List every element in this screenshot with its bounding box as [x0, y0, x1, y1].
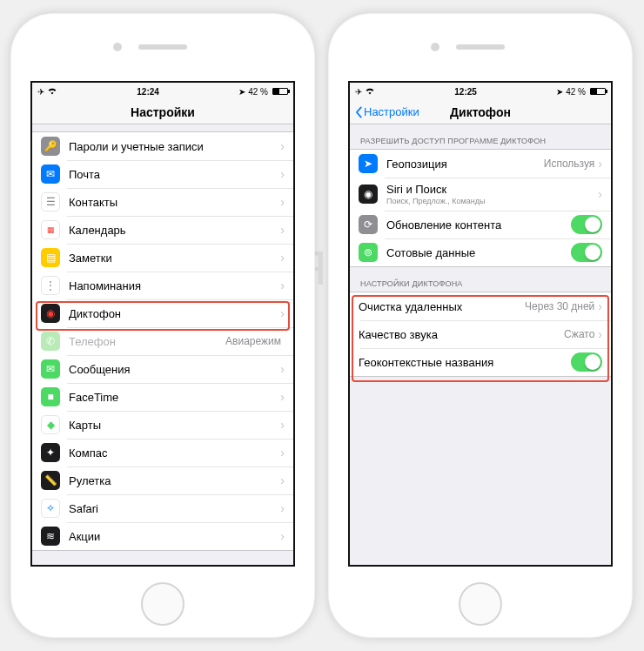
- row-location-names[interactable]: Геоконтекстные названия: [350, 348, 611, 376]
- battery-percent: 42 %: [248, 87, 268, 97]
- mail-icon: ✉︎: [41, 164, 60, 184]
- facetime-icon: ■: [41, 387, 60, 406]
- status-bar: ✈︎ 12:25 ➤ 42 %: [350, 83, 611, 100]
- row-label: Контакты: [69, 196, 280, 209]
- chevron-right-icon: ›: [598, 157, 602, 171]
- wifi-icon: [47, 87, 57, 97]
- location-icon: ➤: [556, 87, 563, 97]
- row-contacts[interactable]: ☰Контакты›: [32, 188, 293, 216]
- row-detail: Используя: [544, 158, 595, 170]
- refresh-icon: ⟳: [359, 215, 378, 234]
- siri-icon: ◉: [359, 185, 378, 204]
- row-calendar[interactable]: ▦Календарь›: [32, 216, 293, 244]
- row-passwords[interactable]: 🔑Пароли и учетные записи›: [32, 132, 293, 160]
- row-sublabel: Поиск, Предлож., Команды: [386, 197, 598, 205]
- cellular-icon: ⊚: [359, 243, 378, 262]
- row-background-refresh[interactable]: ⟳Обновление контента: [350, 211, 611, 238]
- battery-icon: [272, 88, 288, 95]
- chevron-right-icon: ›: [280, 390, 285, 404]
- row-label: Siri и Поиск: [386, 183, 598, 196]
- status-time: 12:25: [454, 87, 477, 97]
- airplane-icon: ✈︎: [355, 87, 362, 97]
- speaker-slot: [456, 44, 505, 50]
- chevron-right-icon: ›: [280, 251, 285, 265]
- contacts-icon: ☰: [41, 192, 60, 211]
- nav-bar: Настройки Диктофон: [350, 100, 611, 124]
- reminders-icon: ⋮: [41, 276, 60, 295]
- location-services-icon: ➤: [359, 154, 378, 173]
- row-label: Календарь: [69, 224, 280, 237]
- row-label: Рулетка: [69, 474, 280, 487]
- row-reminders[interactable]: ⋮Напоминания›: [32, 272, 293, 299]
- toggle-location-names[interactable]: [571, 352, 602, 372]
- row-label: Сотовые данные: [386, 246, 571, 259]
- chevron-right-icon: ›: [280, 279, 285, 292]
- wifi-icon: [365, 87, 375, 97]
- nav-bar: Настройки: [32, 100, 293, 124]
- page-title: Диктофон: [450, 105, 511, 119]
- home-button[interactable]: [141, 582, 184, 626]
- row-label: Диктофон: [69, 307, 280, 320]
- chevron-right-icon: ›: [280, 446, 285, 460]
- battery-icon: [590, 88, 606, 95]
- page-title: Настройки: [131, 105, 195, 119]
- row-messages[interactable]: ✉︎Сообщения›: [32, 355, 293, 383]
- row-phone[interactable]: ✆ТелефонАвиарежим: [32, 327, 293, 355]
- screen-right: ✈︎ 12:25 ➤ 42 % Настройки Диктофон: [348, 81, 613, 567]
- row-label: Телефон: [69, 335, 225, 348]
- chevron-left-icon: [353, 106, 364, 118]
- row-label: Компас: [69, 446, 280, 460]
- chevron-right-icon: ›: [598, 327, 602, 341]
- back-button[interactable]: Настройки: [353, 105, 419, 118]
- chevron-right-icon: ›: [280, 501, 285, 515]
- row-audio-quality[interactable]: Качество звукаСжато›: [350, 320, 611, 348]
- maps-icon: ◆: [41, 415, 60, 434]
- toggle-background-refresh[interactable]: [571, 215, 602, 234]
- measure-icon: 📏: [41, 471, 60, 490]
- row-notes[interactable]: ▤Заметки›: [32, 244, 293, 272]
- status-time: 12:24: [137, 87, 159, 97]
- screen-left: ✈︎ 12:24 ➤ 42 % Настройки 🔑Пароли и учет…: [30, 81, 295, 567]
- row-label: Почта: [69, 168, 280, 181]
- row-detail: Через 30 дней: [525, 300, 594, 312]
- voice-memos-icon: ◉: [41, 304, 60, 323]
- row-stocks[interactable]: ≋Акции›: [32, 522, 293, 550]
- chevron-right-icon: ›: [280, 418, 285, 432]
- row-mail[interactable]: ✉︎Почта›: [32, 160, 293, 188]
- row-clear-deleted[interactable]: Очистка удаленныхЧерез 30 дней›: [350, 292, 611, 320]
- chevron-right-icon: ›: [280, 529, 285, 543]
- row-compass[interactable]: ✦Компас›: [32, 439, 293, 466]
- row-label: Напоминания: [69, 279, 280, 292]
- chevron-right-icon: ›: [280, 195, 285, 209]
- stocks-icon: ≋: [41, 527, 60, 546]
- row-measure[interactable]: 📏Рулетка›: [32, 466, 293, 494]
- chevron-right-icon: ›: [280, 473, 285, 487]
- home-button[interactable]: [459, 582, 502, 626]
- chevron-right-icon: ›: [280, 223, 285, 237]
- row-siri-search[interactable]: ◉Siri и ПоискПоиск, Предлож., Команды›: [350, 178, 611, 211]
- row-safari[interactable]: ✧Safari›: [32, 494, 293, 522]
- row-maps[interactable]: ◆Карты›: [32, 411, 293, 439]
- row-label: Качество звука: [359, 328, 564, 341]
- row-location[interactable]: ➤ГеопозицияИспользуя›: [350, 150, 611, 178]
- row-detail: Сжато: [564, 328, 594, 340]
- key-icon: 🔑: [41, 137, 60, 156]
- row-label: Сообщения: [69, 363, 280, 376]
- back-label: Настройки: [364, 105, 419, 118]
- toggle-cellular-data[interactable]: [571, 243, 602, 262]
- compass-icon: ✦: [41, 443, 60, 462]
- row-voice-memos[interactable]: ◉Диктофон›: [32, 299, 293, 327]
- phone-right: ✈︎ 12:25 ➤ 42 % Настройки Диктофон: [328, 13, 633, 638]
- row-label: Геоконтекстные названия: [359, 356, 571, 369]
- row-label: Геопозиция: [386, 158, 544, 171]
- phone-left: ✈︎ 12:24 ➤ 42 % Настройки 🔑Пароли и учет…: [10, 13, 315, 638]
- battery-percent: 42 %: [566, 87, 586, 97]
- row-cellular-data[interactable]: ⊚Сотовые данные: [350, 238, 611, 266]
- row-label: Очистка удаленных: [359, 300, 525, 313]
- camera-dot: [113, 43, 122, 51]
- calendar-icon: ▦: [41, 220, 60, 239]
- messages-icon: ✉︎: [41, 359, 60, 379]
- section-header-recorder-settings: Настройки Диктофона: [350, 267, 611, 292]
- row-detail: Авиарежим: [225, 335, 281, 347]
- row-facetime[interactable]: ■FaceTime›: [32, 383, 293, 411]
